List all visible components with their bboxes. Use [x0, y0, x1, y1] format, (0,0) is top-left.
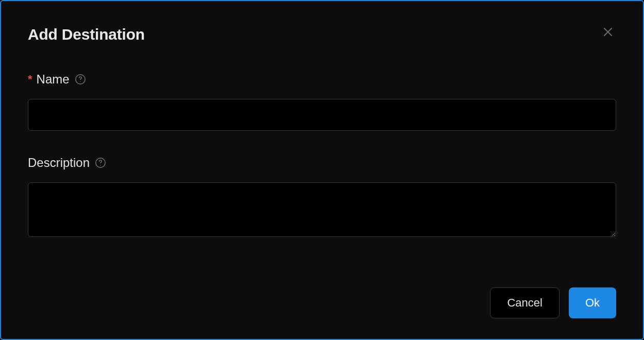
description-label: Description [28, 156, 90, 170]
name-label-row: * Name [28, 72, 616, 87]
close-icon [602, 26, 614, 40]
modal-footer: Cancel Ok [28, 287, 616, 318]
svg-point-5 [100, 165, 100, 165]
close-button[interactable] [600, 24, 616, 42]
help-icon[interactable] [75, 74, 86, 85]
svg-point-3 [80, 81, 80, 82]
ok-button[interactable]: Ok [569, 287, 616, 318]
description-input[interactable] [28, 182, 616, 237]
cancel-button[interactable]: Cancel [490, 287, 559, 318]
name-input[interactable] [28, 99, 616, 131]
name-field-group: * Name [28, 72, 616, 131]
name-label: Name [37, 72, 70, 87]
description-label-row: Description [28, 156, 616, 170]
description-field-group: Description [28, 156, 616, 239]
modal-title: Add Destination [28, 26, 145, 43]
required-indicator: * [28, 73, 32, 86]
modal-header: Add Destination [28, 26, 616, 43]
add-destination-modal: Add Destination * Name [0, 0, 644, 340]
help-icon[interactable] [95, 157, 106, 168]
